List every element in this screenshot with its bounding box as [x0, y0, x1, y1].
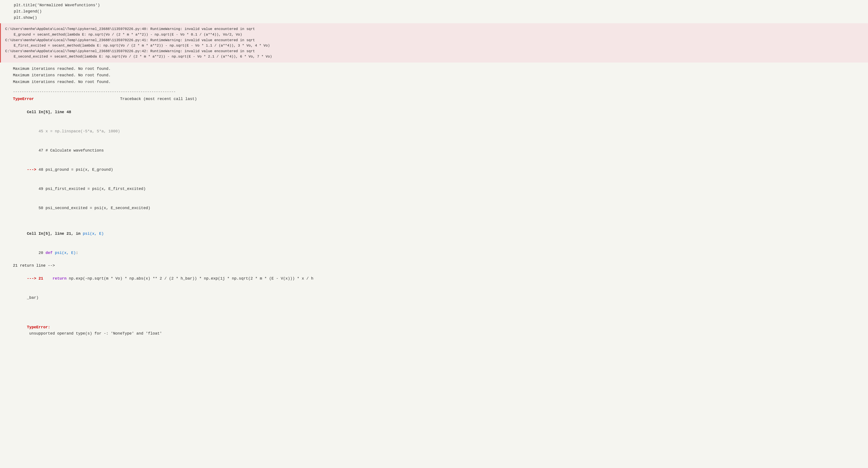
- line-48-text: 48 psi_ground = psi(x, E_ground): [39, 167, 113, 172]
- warning-section: C:\Users\menhe\AppData\Local\Temp\ipyker…: [0, 23, 868, 62]
- error-type-label: TypeError:: [27, 325, 50, 330]
- warning-line-5: C:\Users\menhe\AppData\Local\Temp\ipyker…: [5, 49, 864, 54]
- psi-name: psi(x, E): [55, 251, 76, 255]
- traceback-section: TypeError Traceback (most recent call la…: [0, 95, 868, 315]
- message-line-3: Maximum iterations reached. No root foun…: [13, 79, 864, 85]
- error-label: TypeError: [13, 96, 34, 102]
- divider-line: ----------------------------------------…: [13, 90, 864, 94]
- traceback-code-45: 45 x = np.linspace(-5*a, 5*a, 1000): [13, 122, 864, 141]
- error-final-line: TypeError: unsupported operand type(s) f…: [13, 318, 864, 343]
- code-line-1: plt.title('Normalized Wavefunctions'): [14, 2, 864, 8]
- divider-section: ----------------------------------------…: [0, 88, 868, 95]
- line-num-45: 45 x = np.linspace(-5*a, 5*a, 1000): [27, 129, 120, 133]
- traceback-bar-continuation: _bar): [13, 288, 864, 307]
- line-20-prefix: 20: [27, 251, 45, 255]
- arrow-48: --->: [27, 167, 39, 172]
- code-line-3: plt.show(): [14, 15, 864, 21]
- code-section: plt.title('Normalized Wavefunctions') pl…: [0, 0, 868, 23]
- traceback-def-line: 20 def psi(x, E):: [13, 243, 864, 262]
- message-line-1: Maximum iterations reached. No root foun…: [13, 65, 864, 72]
- line-47-text: 47 # Calculate wavefunctions: [27, 148, 104, 153]
- traceback-title: Traceback (most recent call last): [34, 96, 197, 102]
- return-keyword: return: [53, 276, 69, 281]
- error-final-section: TypeError: unsupported operand type(s) f…: [0, 315, 868, 346]
- cell-ref-1: Cell In[5], line 48: [27, 110, 71, 114]
- traceback-cell-line-1: Cell In[5], line 48: [13, 103, 864, 122]
- error-message: unsupported operand type(s) for -: 'None…: [27, 331, 162, 336]
- message-section: Maximum iterations reached. No root foun…: [0, 63, 868, 88]
- traceback-code-48-arrow: ---> 48 psi_ground = psi(x, E_ground): [13, 160, 864, 179]
- warning-line-6: E_second_excited = secant_method(lambda …: [5, 54, 864, 60]
- traceback-return-line: ---> 21 return np.exp(-np.sqrt(m * Vo) *…: [13, 269, 864, 288]
- traceback-header: TypeError Traceback (most recent call la…: [13, 96, 864, 102]
- psi-colon: :: [76, 251, 78, 255]
- code-line-2: plt.legend(): [14, 8, 864, 15]
- warning-line-4: E_first_excited = secant_method(lambda E…: [5, 43, 864, 49]
- arrow-21: ---> 21: [27, 276, 53, 281]
- return-content: np.exp(-np.sqrt(m * Vo) * np.abs(x) ** 2…: [69, 276, 313, 281]
- traceback-cell-line-2: Cell In[5], line 21, in psi(x, E): [13, 224, 864, 243]
- traceback-code-47: 47 # Calculate wavefunctions: [13, 141, 864, 160]
- output-container: plt.title('Normalized Wavefunctions') pl…: [0, 0, 868, 346]
- psi-label: psi(x, E): [83, 231, 104, 236]
- warning-line-2: E_ground = secant_method(lambda E: np.sq…: [5, 32, 864, 37]
- message-line-2: Maximum iterations reached. No root foun…: [13, 72, 864, 79]
- cell-ref-2: Cell In[5], line 21, in: [27, 231, 83, 236]
- bar-text: _bar): [27, 295, 39, 300]
- warning-line-3: C:\Users\menhe\AppData\Local\Temp\ipyker…: [5, 37, 864, 43]
- def-keyword: def: [45, 251, 55, 255]
- warning-line-1: C:\Users\menhe\AppData\Local\Temp\ipyker…: [5, 26, 864, 32]
- traceback-code-49: 49 psi_first_excited = psi(x, E_first_ex…: [13, 179, 864, 198]
- line-50-text: 50 psi_second_excited = psi(x, E_second_…: [27, 206, 151, 210]
- traceback-code-50: 50 psi_second_excited = psi(x, E_second_…: [13, 199, 864, 218]
- line-49-text: 49 psi_first_excited = psi(x, E_first_ex…: [27, 187, 146, 191]
